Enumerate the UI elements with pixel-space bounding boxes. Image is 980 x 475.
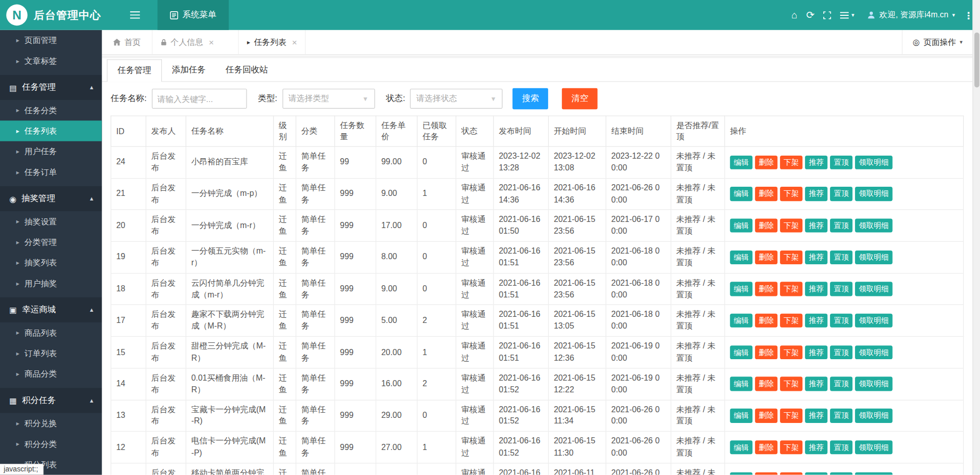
unlist-button[interactable]: 下架 <box>780 219 802 233</box>
content-tab[interactable]: 任务回收站 <box>215 59 278 81</box>
sidebar-item[interactable]: ▸抽奖列表 <box>0 253 102 273</box>
unlist-button[interactable]: 下架 <box>780 345 802 359</box>
edit-button[interactable]: 编辑 <box>730 440 752 454</box>
pin-button[interactable]: 置顶 <box>830 282 852 296</box>
edit-button[interactable]: 编辑 <box>730 345 752 359</box>
breadcrumb-home[interactable]: 首页 <box>102 30 152 55</box>
delete-button[interactable]: 删除 <box>755 472 777 474</box>
task-name-input[interactable] <box>152 89 247 109</box>
sidebar-item[interactable]: ▸任务分类 <box>0 100 102 120</box>
claim-details-button[interactable]: 领取明细 <box>855 440 892 454</box>
delete-button[interactable]: 删除 <box>755 409 777 422</box>
claim-details-button[interactable]: 领取明细 <box>855 345 892 359</box>
claim-details-button[interactable]: 领取明细 <box>855 187 892 201</box>
status-select[interactable]: 请选择状态 ▼ <box>410 89 503 109</box>
fullscreen-icon[interactable] <box>823 11 831 19</box>
edit-button[interactable]: 编辑 <box>730 155 752 169</box>
pin-button[interactable]: 置顶 <box>830 440 852 454</box>
recommend-button[interactable]: 推荐 <box>805 251 827 264</box>
close-icon[interactable]: × <box>292 37 297 47</box>
edit-button[interactable]: 编辑 <box>730 314 752 328</box>
claim-details-button[interactable]: 领取明细 <box>855 251 892 264</box>
edit-button[interactable]: 编辑 <box>730 472 752 474</box>
edit-button[interactable]: 编辑 <box>730 219 752 233</box>
close-icon[interactable]: × <box>209 37 214 47</box>
edit-button[interactable]: 编辑 <box>730 282 752 296</box>
scrollbar-thumb[interactable] <box>974 33 979 88</box>
unlist-button[interactable]: 下架 <box>780 251 802 264</box>
claim-details-button[interactable]: 领取明细 <box>855 155 892 169</box>
nav-menu-icon[interactable]: ▾ <box>840 12 854 18</box>
refresh-icon[interactable]: ⟳ <box>806 10 815 20</box>
sidebar-item[interactable]: ▸文章标签 <box>0 51 102 71</box>
delete-button[interactable]: 删除 <box>755 219 777 233</box>
delete-button[interactable]: 删除 <box>755 155 777 169</box>
clear-button[interactable]: 清空 <box>562 88 598 110</box>
pin-button[interactable]: 置顶 <box>830 155 852 169</box>
unlist-button[interactable]: 下架 <box>780 409 802 422</box>
delete-button[interactable]: 删除 <box>755 282 777 296</box>
sidebar-section[interactable]: ▤任务管理▲ <box>0 75 102 100</box>
edit-button[interactable]: 编辑 <box>730 409 752 422</box>
sidebar-item[interactable]: ▸商品列表 <box>0 322 102 343</box>
recommend-button[interactable]: 推荐 <box>805 314 827 328</box>
type-select[interactable]: 请选择类型 ▼ <box>282 89 375 109</box>
recommend-button[interactable]: 推荐 <box>805 472 827 474</box>
edit-button[interactable]: 编辑 <box>730 187 752 201</box>
claim-details-button[interactable]: 领取明细 <box>855 472 892 474</box>
delete-button[interactable]: 删除 <box>755 377 777 391</box>
unlist-button[interactable]: 下架 <box>780 314 802 328</box>
content-tab[interactable]: 添加任务 <box>162 59 215 81</box>
sidebar-item[interactable]: ▸积分分类 <box>0 434 102 454</box>
unlist-button[interactable]: 下架 <box>780 187 802 201</box>
claim-details-button[interactable]: 领取明细 <box>855 377 892 391</box>
unlist-button[interactable]: 下架 <box>780 155 802 169</box>
pin-button[interactable]: 置顶 <box>830 314 852 328</box>
edit-button[interactable]: 编辑 <box>730 251 752 264</box>
sidebar-item[interactable]: ▸订单列表 <box>0 343 102 363</box>
sidebar-item[interactable]: ▸抽奖设置 <box>0 211 102 232</box>
sidebar-item[interactable]: ▸商品分类 <box>0 364 102 384</box>
pin-button[interactable]: 置顶 <box>830 409 852 422</box>
pin-button[interactable]: 置顶 <box>830 472 852 474</box>
delete-button[interactable]: 删除 <box>755 345 777 359</box>
unlist-button[interactable]: 下架 <box>780 282 802 296</box>
breadcrumb-tab[interactable]: ▸任务列表× <box>238 30 306 55</box>
pin-button[interactable]: 置顶 <box>830 251 852 264</box>
unlist-button[interactable]: 下架 <box>780 472 802 474</box>
search-button[interactable]: 搜索 <box>512 88 548 110</box>
delete-button[interactable]: 删除 <box>755 440 777 454</box>
delete-button[interactable]: 删除 <box>755 314 777 328</box>
sidebar-toggle-icon[interactable] <box>130 11 140 19</box>
recommend-button[interactable]: 推荐 <box>805 377 827 391</box>
sidebar-section[interactable]: ◉抽奖管理▲ <box>0 186 102 211</box>
pin-button[interactable]: 置顶 <box>830 345 852 359</box>
sidebar-item[interactable]: ▸用户抽奖 <box>0 273 102 293</box>
sidebar-item[interactable]: ▸积分兑换 <box>0 413 102 433</box>
content-tab[interactable]: 任务管理 <box>107 59 162 82</box>
delete-button[interactable]: 删除 <box>755 251 777 264</box>
recommend-button[interactable]: 推荐 <box>805 155 827 169</box>
recommend-button[interactable]: 推荐 <box>805 187 827 201</box>
user-menu[interactable]: 欢迎, 资源库i4m.cn ▾ <box>867 9 955 20</box>
recommend-button[interactable]: 推荐 <box>805 440 827 454</box>
sidebar-item[interactable]: ▸分类管理 <box>0 232 102 252</box>
unlist-button[interactable]: 下架 <box>780 440 802 454</box>
claim-details-button[interactable]: 领取明细 <box>855 219 892 233</box>
recommend-button[interactable]: 推荐 <box>805 345 827 359</box>
recommend-button[interactable]: 推荐 <box>805 409 827 422</box>
delete-button[interactable]: 删除 <box>755 187 777 201</box>
unlist-button[interactable]: 下架 <box>780 377 802 391</box>
recommend-button[interactable]: 推荐 <box>805 219 827 233</box>
home-icon[interactable]: ⌂ <box>792 10 798 20</box>
pin-button[interactable]: 置顶 <box>830 187 852 201</box>
sidebar-item[interactable]: ▸页面管理 <box>0 30 102 51</box>
claim-details-button[interactable]: 领取明细 <box>855 409 892 422</box>
pin-button[interactable]: 置顶 <box>830 219 852 233</box>
breadcrumb-tab[interactable]: 个人信息× <box>152 30 222 55</box>
edit-button[interactable]: 编辑 <box>730 377 752 391</box>
claim-details-button[interactable]: 领取明细 <box>855 314 892 328</box>
page-operations-button[interactable]: ◎ 页面操作 ▾ <box>902 30 972 55</box>
sidebar-item[interactable]: ▸用户任务 <box>0 141 102 162</box>
claim-details-button[interactable]: 领取明细 <box>855 282 892 296</box>
